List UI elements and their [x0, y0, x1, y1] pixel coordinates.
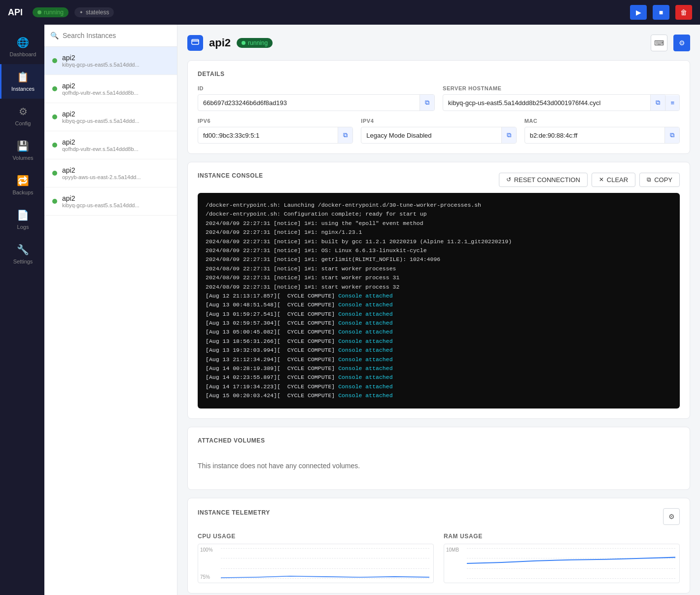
sidebar-item-settings[interactable]: 🔧 Settings: [0, 237, 44, 271]
mac-copy-button[interactable]: ⧉: [665, 127, 679, 143]
console-line: 2024/08/09 22:27:31 [notice] 1#1: OS: Li…: [206, 246, 672, 255]
cpu-usage-chart: CPU USAGE 100% 75%: [198, 533, 434, 583]
id-value: 66b697d233246b6d6f8ad193: [198, 95, 420, 111]
ram-usage-chart: RAM USAGE 10MB: [444, 533, 680, 583]
console-line: [Aug 14 17:19:34.223][ CYCLE COMPUTE] Co…: [206, 382, 672, 391]
console-line: 2024/08/09 22:27:31 [notice] 1#1: start …: [206, 273, 672, 282]
instance-info: api2 qofhdp-vultr-ewr.s.5a14ddd8b...: [62, 138, 169, 152]
settings-instance-button[interactable]: ⚙: [673, 35, 690, 51]
instance-info: api2 qofhdp-vultr-ewr.s.5a14ddd8b...: [62, 82, 169, 96]
ipv6-copy-button[interactable]: ⧉: [338, 127, 352, 143]
instances-icon: 📋: [17, 71, 29, 83]
telemetry-card: INSTANCE TELEMETRY ⚙ CPU USAGE 100% 75%: [187, 498, 690, 594]
copy-button[interactable]: ⧉ COPY: [639, 173, 680, 187]
instance-info: api2 opyyb-aws-us-east-2.s.5a14dd...: [62, 166, 169, 180]
telemetry-settings-button[interactable]: ⚙: [663, 508, 680, 525]
app-title: API: [8, 7, 23, 18]
no-volumes-message: This instance does not have any connecte…: [198, 452, 680, 480]
instance-name-label: api2: [62, 166, 169, 174]
console-line: [Aug 13 00:48:51.548][ CYCLE COMPUTE] Co…: [206, 300, 672, 309]
search-input[interactable]: [63, 32, 171, 39]
terminal-button[interactable]: ⌨: [651, 35, 667, 51]
hostname-copy-button[interactable]: ⧉: [650, 95, 665, 111]
settings-icon: 🔧: [17, 244, 29, 256]
sidebar-item-volumes[interactable]: 💾 Volumes: [0, 133, 44, 168]
instance-name-label: api2: [62, 138, 169, 146]
mac-value: b2:de:90:88:4c:ff: [525, 128, 665, 143]
cpu-label: CPU USAGE: [198, 533, 434, 540]
sidebar-item-instances[interactable]: 📋 Instances: [0, 64, 44, 99]
instance-item[interactable]: api2 kibyq-gcp-us-east5.s.5a14ddd...: [44, 47, 177, 75]
telemetry-header: INSTANCE TELEMETRY ⚙: [198, 508, 680, 525]
volumes-card: ATTACHED VOLUMES This instance does not …: [187, 427, 690, 490]
telemetry-section-title: INSTANCE TELEMETRY: [198, 509, 270, 516]
hostname-label: SERVER HOSTNAME: [443, 85, 680, 91]
reset-label: RESET CONNECTION: [514, 176, 580, 184]
instance-name-label: api2: [62, 110, 169, 118]
instance-info: api2 kibyq-gcp-us-east5.s.5a14ddd...: [62, 54, 169, 68]
sidebar-item-backups[interactable]: 🔁 Backups: [0, 168, 44, 202]
cpu-chart-inner: [221, 548, 429, 579]
ipv4-copy-button[interactable]: ⧉: [501, 127, 516, 143]
hostname-extra-button[interactable]: ≡: [665, 95, 679, 111]
sidebar: 🌐 Dashboard 📋 Instances ⚙ Config 💾 Volum…: [0, 25, 44, 595]
hostname-value: kibyq-gcp-us-east5.5a14ddd8b2543d0001976…: [443, 95, 650, 111]
search-icon: 🔍: [50, 32, 59, 39]
clear-icon: ✕: [599, 176, 604, 183]
backups-icon: 🔁: [17, 175, 29, 186]
instance-item[interactable]: api2 kibyq-gcp-us-east5.s.5a14ddd...: [44, 187, 177, 216]
cpu-y-mid: 75%: [200, 574, 213, 580]
cpu-y-top: 100%: [200, 547, 213, 553]
ipv4-value: Legacy Mode Disabled: [361, 128, 501, 143]
id-label: ID: [198, 85, 435, 91]
telemetry-grid: CPU USAGE 100% 75%: [198, 533, 680, 583]
topbar: API running stateless ▶ ■ 🗑: [0, 0, 700, 25]
instance-item[interactable]: api2 qofhdp-vultr-ewr.s.5a14ddd8b...: [44, 131, 177, 159]
ipv4-value-row: Legacy Mode Disabled ⧉: [361, 127, 516, 144]
stop-button[interactable]: ■: [653, 5, 669, 20]
search-bar: 🔍: [44, 25, 177, 47]
console-line: [Aug 13 19:32:03.994][ CYCLE COMPUTE] Co…: [206, 346, 672, 355]
reset-icon: ↺: [506, 176, 511, 183]
instance-item[interactable]: api2 opyyb-aws-us-east-2.s.5a14dd...: [44, 159, 177, 187]
dashboard-icon: 🌐: [17, 37, 29, 48]
sidebar-label-logs: Logs: [17, 224, 29, 230]
volumes-section-title: ATTACHED VOLUMES: [198, 437, 680, 444]
svg-rect-1: [192, 40, 199, 41]
sidebar-item-logs[interactable]: 📄 Logs: [0, 202, 44, 237]
console-header: INSTANCE CONSOLE ↺ RESET CONNECTION ✕ CL…: [198, 172, 680, 187]
content-header: api2 running ⌨ ⚙: [187, 35, 690, 51]
instance-sub-label: kibyq-gcp-us-east5.s.5a14ddd...: [62, 118, 169, 124]
sidebar-item-config[interactable]: ⚙ Config: [0, 99, 44, 133]
sidebar-item-dashboard[interactable]: 🌐 Dashboard: [0, 30, 44, 64]
id-copy-button[interactable]: ⧉: [420, 95, 434, 111]
ipv6-label: IPV6: [198, 118, 353, 124]
instance-item[interactable]: api2 kibyq-gcp-us-east5.s.5a14ddd...: [44, 103, 177, 131]
console-line: [Aug 12 21:13:17.857][ CYCLE COMPUTE] Co…: [206, 292, 672, 300]
console-line: 2024/08/09 22:27:31 [notice] 1#1: start …: [206, 264, 672, 273]
delete-button[interactable]: 🗑: [675, 5, 692, 20]
hostname-field: SERVER HOSTNAME kibyq-gcp-us-east5.5a14d…: [443, 85, 680, 111]
console-line: [Aug 13 01:59:27.541][ CYCLE COMPUTE] Co…: [206, 310, 672, 319]
instance-item[interactable]: api2 qofhdp-vultr-ewr.s.5a14ddd8b...: [44, 75, 177, 103]
ipv6-value-row: fd00::9bc3:33c9:5:1 ⧉: [198, 127, 353, 144]
clear-label: CLEAR: [607, 176, 628, 184]
sidebar-label-backups: Backups: [12, 189, 33, 195]
svg-rect-0: [192, 39, 199, 44]
reset-connection-button[interactable]: ↺ RESET CONNECTION: [499, 173, 588, 187]
cpu-y-axis: 100% 75%: [200, 547, 213, 580]
ipv4-label: IPV4: [361, 118, 516, 124]
instance-icon: [187, 35, 203, 51]
clear-button[interactable]: ✕ CLEAR: [592, 173, 635, 187]
console-line: [Aug 15 00:20:03.424][ CYCLE COMPUTE] Co…: [206, 391, 672, 400]
console-line: 2024/08/09 22:27:31 [notice] 1#1: built …: [206, 237, 672, 246]
console-line: [Aug 14 02:23:55.897][ CYCLE COMPUTE] Co…: [206, 373, 672, 382]
cpu-chart-container: 100% 75%: [198, 544, 434, 583]
play-button[interactable]: ▶: [630, 5, 647, 20]
instance-sub-label: qofhdp-vultr-ewr.s.5a14ddd8b...: [62, 90, 169, 96]
instance-list: api2 kibyq-gcp-us-east5.s.5a14ddd... api…: [44, 47, 177, 216]
instance-sub-label: kibyq-gcp-us-east5.s.5a14ddd...: [62, 202, 169, 208]
cpu-svg: [221, 548, 429, 579]
hostname-value-row: kibyq-gcp-us-east5.5a14ddd8b2543d0001976…: [443, 94, 680, 111]
main-layout: 🌐 Dashboard 📋 Instances ⚙ Config 💾 Volum…: [0, 25, 700, 595]
